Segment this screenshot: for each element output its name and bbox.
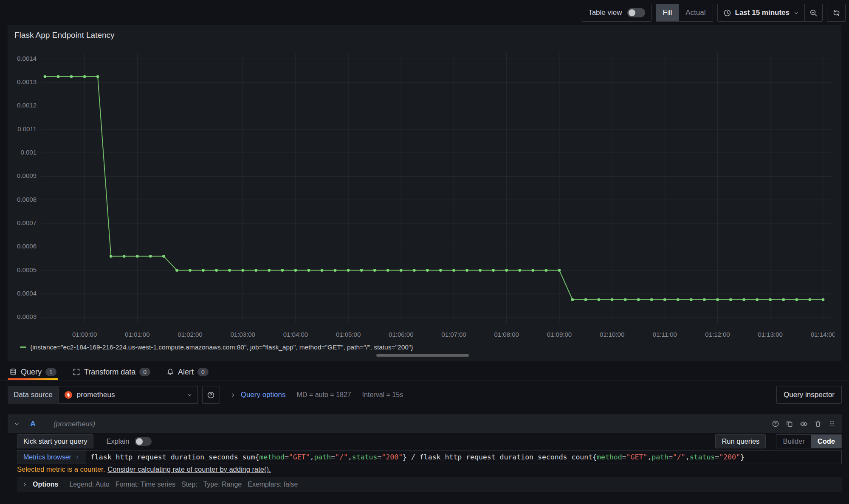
data-point	[426, 269, 429, 272]
tab-query[interactable]: Query 1	[8, 364, 58, 380]
query-inspector-button[interactable]: Query inspector	[776, 386, 842, 404]
option-summary-item: Step:	[181, 481, 197, 488]
data-point	[70, 75, 73, 78]
y-tick-label: 0.0013	[17, 78, 37, 85]
data-point	[584, 298, 587, 301]
query-token: =	[715, 453, 719, 461]
tab-query-count: 1	[45, 368, 56, 376]
datasource-row: Data source prometheus Query options MD …	[8, 386, 842, 404]
data-point	[413, 269, 416, 272]
refresh-icon	[832, 9, 841, 17]
fill-button[interactable]: Fill	[656, 4, 679, 21]
data-point	[571, 298, 574, 301]
data-point	[439, 269, 442, 272]
kick-start-query-button[interactable]: Kick start your query	[17, 434, 93, 448]
query-token: ,	[685, 453, 690, 461]
datasource-picker[interactable]: prometheus	[59, 386, 198, 404]
data-point	[716, 298, 719, 301]
builder-button[interactable]: Builder	[776, 435, 811, 448]
run-queries-button[interactable]: Run queries	[715, 434, 766, 448]
data-point	[465, 269, 468, 272]
query-token: flask_http_request_duration_seconds_coun…	[420, 453, 592, 461]
data-point	[769, 298, 772, 301]
promql-input[interactable]: flask_http_request_duration_seconds_sum{…	[86, 451, 841, 464]
query-token: =	[668, 453, 673, 461]
x-tick-label: 01:06:00	[389, 331, 413, 338]
table-view-label: Table view	[588, 8, 622, 17]
data-point	[690, 298, 693, 301]
delete-query-icon[interactable]	[814, 420, 822, 428]
data-point	[57, 75, 60, 78]
data-point	[479, 269, 482, 272]
y-tick-label: 0.0011	[17, 125, 37, 132]
transform-icon	[73, 368, 80, 376]
query-options-collapsed[interactable]: Options Legend: AutoFormat: Time seriesS…	[17, 477, 842, 492]
data-point	[307, 269, 310, 272]
query-row-header[interactable]: A (prometheus)	[8, 414, 842, 433]
option-summary-item: Format: Time series	[116, 481, 175, 488]
panel-edit-toolbar: Table view Fill Actual Last 15 minutes	[0, 0, 849, 25]
data-point	[241, 269, 244, 272]
query-token: =	[285, 453, 289, 461]
x-tick-label: 01:01:00	[125, 331, 149, 338]
query-row-actions	[772, 420, 836, 428]
data-point	[347, 269, 350, 272]
metrics-browser-button[interactable]: Metrics browser	[17, 451, 86, 464]
table-view-toggle[interactable]	[627, 8, 645, 17]
data-point	[83, 75, 86, 78]
data-point	[729, 298, 732, 301]
options-summary: Legend: AutoFormat: Time seriesStep:Type…	[69, 481, 304, 488]
query-token: ,	[310, 453, 314, 461]
explain-toggle[interactable]	[135, 437, 152, 446]
horizontal-scrollbar-thumb[interactable]	[376, 354, 469, 357]
bell-icon	[166, 368, 174, 376]
tab-alert-count: 0	[197, 368, 209, 376]
query-token: }	[740, 453, 745, 461]
actual-button[interactable]: Actual	[679, 4, 712, 21]
datasource-help-button[interactable]	[202, 386, 220, 404]
x-tick-label: 01:00:00	[72, 331, 97, 338]
table-view-control: Table view	[582, 4, 651, 22]
x-tick-label: 01:07:00	[441, 331, 466, 338]
chart-legend[interactable]: {instance="ec2-184-169-216-224.us-west-1…	[14, 344, 835, 351]
drag-handle-icon[interactable]	[828, 420, 836, 428]
data-point	[492, 269, 495, 272]
data-point	[598, 298, 601, 301]
query-help-icon[interactable]	[772, 420, 779, 428]
x-tick-label: 01:10:00	[600, 331, 624, 338]
data-point	[268, 269, 271, 272]
query-token: status	[352, 453, 378, 461]
y-tick-label: 0.001	[20, 149, 37, 156]
query-token: {	[592, 453, 597, 461]
data-point	[44, 75, 47, 78]
zoom-out-time-button[interactable]	[804, 4, 822, 21]
option-summary-item: Legend: Auto	[69, 481, 109, 488]
query-options-link[interactable]: Query options	[241, 391, 286, 399]
datasource-name: prometheus	[77, 391, 115, 399]
tab-transform-data[interactable]: Transform data 0	[71, 364, 152, 380]
x-tick-label: 01:08:00	[494, 331, 519, 338]
explain-label: Explain	[106, 437, 129, 445]
metrics-browser-label: Metrics browser	[23, 453, 71, 461]
data-point	[373, 269, 376, 272]
time-range-button[interactable]: Last 15 minutes	[718, 4, 805, 21]
query-token: method	[259, 453, 285, 461]
option-summary-item: Exemplars: false	[248, 481, 298, 488]
refresh-button[interactable]	[827, 4, 846, 22]
warning-action-link[interactable]: Consider calculating rate of counter by …	[107, 465, 271, 473]
query-token: =	[622, 453, 626, 461]
data-point	[756, 298, 759, 301]
data-point	[189, 269, 192, 272]
x-tick-label: 01:05:00	[336, 331, 361, 338]
x-tick-label: 01:03:00	[231, 331, 255, 338]
x-tick-label: 01:02:00	[178, 331, 202, 338]
code-button[interactable]: Code	[811, 435, 841, 448]
toggle-visibility-icon[interactable]	[800, 420, 808, 428]
panel-title: Flask App Endpoint Latency	[14, 29, 835, 43]
query-token: path	[314, 453, 331, 461]
tab-alert[interactable]: Alert 0	[165, 364, 210, 380]
time-series-chart[interactable]: 0.00140.00130.00120.00110.0010.00090.000…	[14, 43, 835, 343]
x-tick-label: 01:14:00	[811, 331, 835, 338]
duplicate-query-icon[interactable]	[786, 420, 793, 428]
data-point	[611, 298, 614, 301]
